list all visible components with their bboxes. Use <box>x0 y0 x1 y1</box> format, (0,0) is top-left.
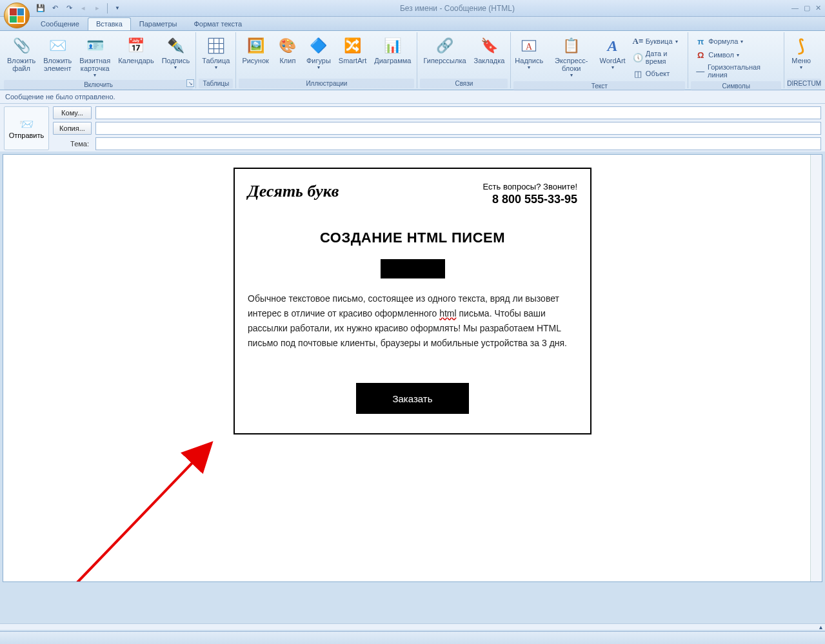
symbol-icon: Ω <box>695 50 706 60</box>
envelope-icon: ✉️ <box>47 35 68 56</box>
brand-logo: Десять букв <box>248 182 339 201</box>
group-launcher-icon[interactable]: ↘ <box>186 79 194 87</box>
redo-icon[interactable]: ↷ <box>63 3 75 14</box>
cc-field[interactable] <box>95 122 821 135</box>
datetime-button[interactable]: 🕔Дата и время <box>630 48 684 66</box>
title-bar: 💾 ↶ ↷ ◂ ▸ ▼ Без имени - Сообщение (HTML)… <box>0 0 825 17</box>
tab-format[interactable]: Формат текста <box>185 17 250 30</box>
window-controls: — ▢ ✕ <box>791 4 821 12</box>
annotation-arrow <box>35 432 229 581</box>
table-button[interactable]: Таблица▾ <box>199 34 233 72</box>
ribbon-tabs: Сообщение Вставка Параметры Формат текст… <box>0 17 825 31</box>
horizontal-scroll-area[interactable]: ▴ <box>0 623 825 630</box>
qat-more-icon[interactable]: ▼ <box>112 3 123 14</box>
clipart-icon: 🎨 <box>277 35 298 56</box>
signature-icon: ✒️ <box>165 35 186 56</box>
textbox-button[interactable]: AНадпись▾ <box>513 34 544 72</box>
picture-icon: 🖼️ <box>245 35 266 56</box>
tab-message[interactable]: Сообщение <box>32 17 88 30</box>
group-label-illustrations: Иллюстрации <box>239 79 414 88</box>
attach-file-button[interactable]: 📎Вложить файл <box>4 34 39 74</box>
equation-button[interactable]: πФормула▾ <box>692 35 780 48</box>
hr-button[interactable]: —Горизонтальная линия <box>692 62 780 80</box>
office-button[interactable] <box>4 3 30 28</box>
minimize-icon[interactable]: — <box>791 4 799 12</box>
tab-insert[interactable]: Вставка <box>88 17 131 30</box>
status-bar <box>0 631 825 644</box>
bookmark-icon: 🔖 <box>479 35 500 56</box>
textbox-icon: A <box>519 35 539 56</box>
to-field[interactable] <box>95 106 821 119</box>
subject-field[interactable] <box>95 137 821 150</box>
card-icon: 🪪 <box>84 35 105 56</box>
svg-line-7 <box>48 445 210 581</box>
group-label-links: Связи <box>420 79 508 88</box>
group-label-directum: DIRECTUM <box>787 79 821 88</box>
send-label: Отправить <box>9 132 45 139</box>
maximize-icon[interactable]: ▢ <box>804 4 810 12</box>
contact-phone: 8 800 555-33-95 <box>483 193 577 206</box>
symbol-button[interactable]: ΩСимвол▾ <box>692 48 780 61</box>
shapes-button[interactable]: 🔷Фигуры▾ <box>303 34 334 72</box>
dropcap-icon: A≡ <box>633 36 643 46</box>
group-label-text: Текст <box>513 81 685 91</box>
calendar-icon: 📅 <box>126 35 146 56</box>
group-symbols: πФормула▾ ΩСимвол▾ —Горизонтальная линия… <box>688 32 784 88</box>
close-icon[interactable]: ✕ <box>815 4 821 12</box>
equation-icon: π <box>695 36 706 46</box>
group-label-tables: Таблицы <box>199 79 233 88</box>
send-envelope-icon: 📨 <box>19 117 34 132</box>
editor-container: Десять букв Есть вопросы? Звоните! 8 800… <box>3 154 822 582</box>
send-button[interactable]: 📨 Отправить <box>4 106 49 150</box>
cc-button[interactable]: Копия... <box>53 122 92 135</box>
window-title: Без имени - Сообщение (HTML) <box>126 4 789 13</box>
paperclip-icon: 📎 <box>11 35 32 56</box>
info-bar: Сообщение не было отправлено. <box>0 90 825 104</box>
smartart-button[interactable]: 🔀SmartArt <box>335 34 370 66</box>
business-card-button[interactable]: 🪪Визитная карточка▾ <box>76 34 114 80</box>
hyperlink-button[interactable]: 🔗Гиперссылка <box>420 34 469 66</box>
group-tables: Таблица▾ Таблицы <box>196 32 236 88</box>
chart-button[interactable]: 📊Диаграмма <box>371 34 414 66</box>
email-card: Десять букв Есть вопросы? Звоните! 8 800… <box>234 168 591 434</box>
group-include: 📎Вложить файл ✉️Вложить элемент 🪪Визитна… <box>1 32 196 88</box>
compose-header: 📨 Отправить Кому... Копия... Тема: <box>0 104 825 151</box>
group-label-symbols: Символы <box>691 81 781 91</box>
clip-button[interactable]: 🎨Клип <box>273 34 302 66</box>
group-label-include: Включить <box>4 80 193 90</box>
message-body[interactable]: Десять букв Есть вопросы? Звоните! 8 800… <box>3 155 822 581</box>
chart-icon: 📊 <box>383 35 403 56</box>
quick-access-toolbar: 💾 ↶ ↷ ◂ ▸ ▼ <box>35 3 123 14</box>
undo-icon[interactable]: ↶ <box>49 3 61 14</box>
datetime-icon: 🕔 <box>633 52 643 63</box>
save-icon[interactable]: 💾 <box>35 3 46 14</box>
picture-button[interactable]: 🖼️Рисунок <box>239 34 272 66</box>
to-button[interactable]: Кому... <box>53 106 92 119</box>
email-body-text: Обычное текстовое письмо, состоящее из о… <box>248 291 577 351</box>
subject-label: Тема: <box>53 140 92 148</box>
dropcap-button[interactable]: A≡Буквица▾ <box>630 35 684 48</box>
scroll-up-icon[interactable]: ▴ <box>819 623 822 630</box>
quickparts-button[interactable]: 📋Экспресс-блоки▾ <box>546 34 597 80</box>
prev-icon[interactable]: ◂ <box>77 3 89 14</box>
shapes-icon: 🔷 <box>308 35 329 56</box>
svg-rect-0 <box>208 38 223 53</box>
order-button[interactable]: Заказать <box>356 383 469 414</box>
wordart-button[interactable]: AWordArt▾ <box>598 34 626 72</box>
group-links: 🔗Гиперссылка 🔖Закладка Связи <box>417 32 511 88</box>
quickparts-icon: 📋 <box>561 35 582 56</box>
contact-block: Есть вопросы? Звоните! 8 800 555-33-95 <box>483 182 577 206</box>
bookmark-button[interactable]: 🔖Закладка <box>471 34 508 66</box>
attach-item-button[interactable]: ✉️Вложить элемент <box>40 34 75 74</box>
object-button[interactable]: ◫Объект <box>630 67 684 80</box>
directum-menu-button[interactable]: ⟆Меню▾ <box>787 34 815 72</box>
tab-params[interactable]: Параметры <box>131 17 186 30</box>
wordart-icon: A <box>602 35 623 56</box>
smartart-icon: 🔀 <box>343 35 363 56</box>
calendar-button[interactable]: 📅Календарь <box>115 34 157 66</box>
hr-icon: — <box>695 66 705 76</box>
table-icon <box>206 35 226 56</box>
vertical-scrollbar[interactable] <box>810 155 822 581</box>
signature-button[interactable]: ✒️Подпись▾ <box>159 34 194 72</box>
next-icon[interactable]: ▸ <box>92 3 103 14</box>
